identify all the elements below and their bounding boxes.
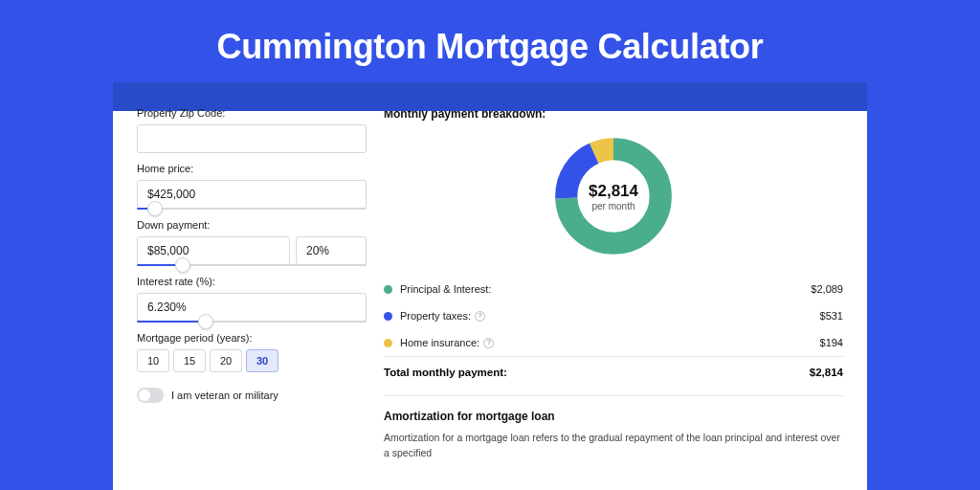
donut-sub: per month [591, 201, 635, 212]
amortization-text: Amortization for a mortgage loan refers … [384, 431, 843, 461]
legend-dot [384, 312, 392, 321]
legend-row: Home insurance:?$194 [384, 329, 843, 356]
zip-input[interactable] [137, 124, 367, 153]
zip-label: Property Zip Code: [137, 107, 367, 119]
legend-row: Property taxes:?$531 [384, 302, 843, 329]
veteran-row: I am veteran or military [137, 388, 367, 403]
inputs-column: Property Zip Code: Home price: Down paym… [137, 107, 367, 490]
veteran-toggle[interactable] [137, 388, 164, 403]
period-option-15[interactable]: 15 [173, 349, 206, 372]
home-price-input[interactable] [137, 180, 367, 209]
total-label: Total monthly payment: [384, 367, 810, 378]
legend-dot [384, 285, 392, 294]
legend-row: Principal & Interest:$2,089 [384, 276, 843, 302]
zip-field-block: Property Zip Code: [137, 107, 367, 153]
period-option-10[interactable]: 10 [137, 349, 169, 372]
amortization-title: Amortization for mortgage loan [384, 395, 843, 423]
home-price-slider-thumb[interactable] [147, 201, 163, 216]
home-price-label: Home price: [137, 163, 367, 174]
breakdown-legend: Principal & Interest:$2,089Property taxe… [384, 276, 843, 356]
home-price-block: Home price: [137, 163, 367, 210]
period-option-30[interactable]: 30 [246, 349, 278, 372]
donut-amount: $2,814 [589, 182, 638, 201]
down-payment-block: Down payment: [137, 219, 367, 266]
period-label: Mortgage period (years): [137, 332, 367, 344]
down-payment-pct-input[interactable] [296, 236, 367, 265]
total-row: Total monthly payment: $2,814 [384, 356, 843, 390]
period-option-20[interactable]: 20 [210, 349, 242, 372]
legend-dot [384, 339, 392, 347]
legend-value: $2,089 [811, 283, 843, 295]
veteran-label: I am veteran or military [171, 390, 278, 401]
interest-slider-thumb[interactable] [198, 314, 213, 329]
legend-value: $194 [820, 337, 843, 348]
donut-chart: $2,814 per month [551, 134, 676, 262]
down-payment-input[interactable] [137, 236, 290, 265]
legend-label: Home insurance:? [400, 337, 820, 348]
down-payment-slider[interactable] [137, 264, 367, 266]
page-title: Cummington Mortgage Calculator [0, 0, 980, 88]
legend-label: Principal & Interest: [400, 283, 811, 295]
interest-label: Interest rate (%): [137, 276, 367, 287]
down-payment-slider-thumb[interactable] [175, 257, 190, 273]
calculator-panel: Property Zip Code: Home price: Down paym… [113, 88, 867, 490]
legend-label: Property taxes:? [400, 310, 820, 322]
down-payment-label: Down payment: [137, 219, 367, 231]
legend-value: $531 [820, 310, 843, 322]
info-icon[interactable]: ? [475, 311, 485, 322]
breakdown-column: Monthly payment breakdown: $2,814 per mo… [384, 107, 843, 490]
interest-block: Interest rate (%): [137, 276, 367, 323]
donut-chart-wrap: $2,814 per month [384, 128, 843, 268]
home-price-slider[interactable] [137, 208, 367, 210]
info-icon[interactable]: ? [483, 338, 494, 348]
interest-slider[interactable] [137, 321, 367, 323]
interest-input[interactable] [137, 293, 367, 322]
total-value: $2,814 [810, 367, 843, 378]
period-block: Mortgage period (years): 10152030 [137, 332, 367, 372]
period-options: 10152030 [137, 349, 367, 372]
